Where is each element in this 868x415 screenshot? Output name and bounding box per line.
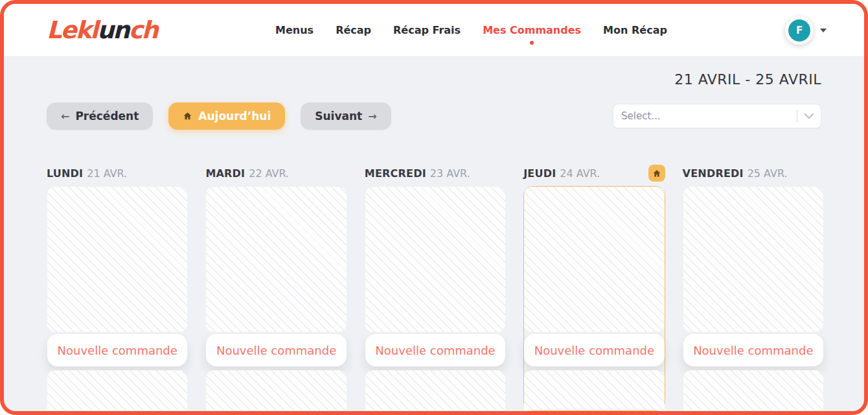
new-order-button[interactable]: Nouvelle commande [524,334,664,366]
logo-text-3: ch [129,16,157,44]
day-name: MERCREDI [365,167,426,180]
day-name: MARDI [205,167,245,180]
day-card: Nouvelle commande [683,186,824,411]
nav-item-mes-commandes[interactable]: Mes Commandes [483,21,581,39]
day-column-friday: VENDREDI 25 AVR. Nouvelle commande [683,166,824,411]
day-column-monday: LUNDI 21 AVR. Nouvelle commande [47,166,188,411]
week-grid: LUNDI 21 AVR. Nouvelle commande MARDI 22… [47,166,824,411]
filter-select[interactable]: Select... [613,104,821,128]
arrow-right-icon: → [368,110,376,123]
day-date: 21 AVR. [87,167,127,180]
nav-item-mon-recap[interactable]: Mon Récap [603,21,667,39]
empty-slot [524,187,664,332]
user-menu: F [785,16,827,45]
today-button[interactable]: Aujourd’hui [168,102,285,130]
day-column-thursday-today: JEUDI 24 AVR. Nouvelle commande [523,166,665,411]
content-area: 21 AVRIL - 25 AVRIL ← Précédent Aujourd’… [4,57,864,411]
controls-row: ← Précédent Aujourd’hui Suivant → Select… [47,102,821,130]
chevron-down-icon[interactable] [820,29,827,32]
nav-item-recap[interactable]: Récap [336,21,371,39]
logo-text-2: un [97,16,129,44]
empty-slot [47,370,187,410]
header: Leklunch Menus Récap Récap Frais Mes Com… [4,4,864,57]
nav-item-label: Mes Commandes [483,24,581,36]
week-nav-buttons: ← Précédent Aujourd’hui Suivant → [47,102,391,130]
day-card: Nouvelle commande [365,186,506,411]
today-badge [648,165,665,182]
app-window: Leklunch Menus Récap Récap Frais Mes Com… [0,0,868,415]
day-column-tuesday: MARDI 22 AVR. Nouvelle commande [205,166,347,411]
avatar[interactable]: F [785,16,814,45]
empty-slot [683,187,823,332]
next-week-button[interactable]: Suivant → [301,102,391,130]
home-icon [183,112,192,121]
next-label: Suivant [315,110,362,123]
day-card: Nouvelle commande [523,186,665,411]
day-header: MARDI 22 AVR. [205,166,347,180]
day-header: VENDREDI 25 AVR. [683,166,824,180]
previous-week-button[interactable]: ← Précédent [47,102,153,130]
day-header: JEUDI 24 AVR. [523,166,665,180]
day-name: JEUDI [523,167,556,180]
active-indicator-dot [530,41,534,45]
brand-logo[interactable]: Leklunch [47,16,157,44]
avatar-initial: F [788,19,810,42]
new-order-button[interactable]: Nouvelle commande [365,334,505,366]
day-card: Nouvelle commande [205,186,347,411]
day-header: LUNDI 21 AVR. [47,166,188,180]
nav-item-menus[interactable]: Menus [275,21,314,39]
new-order-button[interactable]: Nouvelle commande [683,334,823,366]
week-date-range: 21 AVRIL - 25 AVRIL [674,71,821,88]
main-nav: Menus Récap Récap Frais Mes Commandes Mo… [157,21,785,39]
select-placeholder: Select... [613,110,797,122]
day-name: LUNDI [47,167,83,180]
empty-slot [365,370,505,410]
day-name: VENDREDI [683,167,744,180]
empty-slot [47,187,187,332]
empty-slot [206,187,346,332]
nav-item-recap-frais[interactable]: Récap Frais [393,21,461,39]
empty-slot [365,187,505,332]
day-card: Nouvelle commande [47,186,188,411]
day-date: 23 AVR. [430,167,470,180]
empty-slot [524,370,664,410]
arrow-left-icon: ← [61,110,69,123]
logo-text-1: Lekl [47,16,97,44]
today-label: Aujourd’hui [198,110,271,123]
day-date: 22 AVR. [249,167,289,180]
day-header: MERCREDI 23 AVR. [365,166,506,180]
new-order-button[interactable]: Nouvelle commande [47,334,187,366]
empty-slot [683,370,823,410]
previous-label: Précédent [75,110,139,123]
day-column-wednesday: MERCREDI 23 AVR. Nouvelle commande [365,166,506,411]
empty-slot [206,370,346,410]
new-order-button[interactable]: Nouvelle commande [206,334,346,366]
home-icon [652,169,661,178]
chevron-down-icon[interactable] [797,113,821,119]
day-date: 25 AVR. [748,167,788,180]
day-date: 24 AVR. [560,167,600,180]
